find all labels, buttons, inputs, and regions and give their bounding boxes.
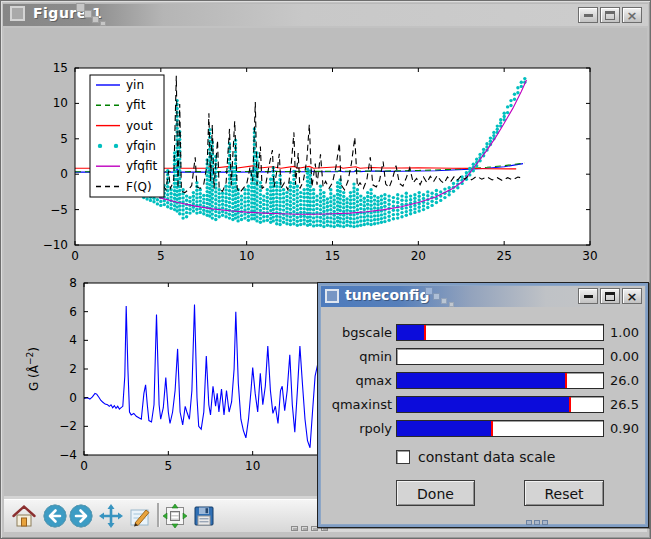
slider-marker[interactable] <box>569 397 571 412</box>
rpoly-slider[interactable] <box>396 420 604 437</box>
legend-label: yin <box>126 78 144 92</box>
minimize-button[interactable] <box>578 7 598 23</box>
dialog-resize-grip[interactable] <box>542 520 548 525</box>
svg-text:10: 10 <box>53 96 68 110</box>
svg-text:20: 20 <box>411 249 426 263</box>
dialog-resize-grip[interactable] <box>534 520 540 525</box>
dialog-titlebar-decoration <box>441 298 447 304</box>
maximize-icon <box>605 292 615 301</box>
reset-button[interactable]: Reset <box>524 480 604 506</box>
window-controls: × <box>578 7 642 23</box>
checkbox-label: constant data scale <box>418 449 555 465</box>
plot-0: 051015202530−10−5051015yinyfityoutyfqiny… <box>43 61 598 263</box>
window-resize-grip[interactable] <box>291 526 298 531</box>
legend-label: yfqfit <box>126 159 158 173</box>
svg-text:5: 5 <box>157 249 165 263</box>
slider-value: 26.0 <box>610 372 651 390</box>
dialog-title: tuneconfig <box>345 287 429 303</box>
dialog-close-button[interactable]: × <box>622 288 642 304</box>
legend-label: yfqin <box>126 139 156 153</box>
pan-button[interactable] <box>98 502 125 529</box>
legend: yinyfityoutyfqinyfqfitF(Q) <box>90 75 164 197</box>
zoom-rect-button[interactable] <box>127 502 154 529</box>
maximize-icon <box>605 11 615 20</box>
slider-label: qmaxinst <box>322 396 392 414</box>
svg-text:−10: −10 <box>43 238 68 252</box>
slider-label: rpoly <box>322 420 392 438</box>
slider-fill <box>397 373 565 388</box>
dialog-titlebar-decoration <box>425 287 433 295</box>
dialog-minimize-button[interactable] <box>578 288 598 304</box>
dialog-controls: × <box>578 288 642 304</box>
legend-label: F(Q) <box>126 180 152 194</box>
svg-text:6: 6 <box>69 305 77 319</box>
svg-text:5: 5 <box>60 132 68 146</box>
svg-text:8: 8 <box>69 276 77 290</box>
forward-button[interactable] <box>68 502 95 529</box>
slider-value: 0.00 <box>610 348 651 366</box>
titlebar-decoration <box>100 21 106 26</box>
slider-label: qmax <box>322 372 392 390</box>
titlebar-decoration <box>84 10 92 18</box>
constant-data-scale-checkbox[interactable] <box>396 450 410 464</box>
save-button[interactable] <box>191 502 218 529</box>
slider-fill <box>397 397 569 412</box>
dialog-resize-grip[interactable] <box>526 520 532 525</box>
minimize-icon <box>584 14 593 17</box>
dialog-titlebar[interactable]: tuneconfig × <box>321 286 645 307</box>
close-button[interactable]: × <box>622 7 642 23</box>
svg-text:0: 0 <box>71 249 79 263</box>
svg-text:10: 10 <box>239 249 254 263</box>
back-button[interactable] <box>42 502 69 529</box>
save-floppy-icon <box>191 503 217 529</box>
svg-text:0: 0 <box>60 167 68 181</box>
qmaxinst-slider[interactable] <box>396 396 604 413</box>
svg-text:4: 4 <box>69 333 77 347</box>
qmax-slider[interactable] <box>396 372 604 389</box>
slider-marker[interactable] <box>491 421 493 436</box>
tuneconfig-dialog: tuneconfig × bgscale 1.00 qmin 0.00 qmax… <box>317 282 649 528</box>
subplots-button[interactable] <box>162 502 189 529</box>
legend-label: yout <box>126 119 153 133</box>
dialog-titlebar-decoration <box>449 302 454 307</box>
done-button[interactable]: Done <box>396 480 475 506</box>
slider-marker[interactable] <box>424 325 426 340</box>
close-icon: × <box>627 9 638 22</box>
close-icon: × <box>627 290 638 303</box>
svg-text:30: 30 <box>582 249 597 263</box>
svg-text:10: 10 <box>245 459 260 473</box>
y-axis-label: G (Å−2) <box>25 347 41 391</box>
forward-arrow-icon <box>68 503 94 529</box>
dialog-icon <box>325 289 339 303</box>
home-icon <box>11 503 37 529</box>
svg-text:−4: −4 <box>59 448 77 462</box>
svg-text:0: 0 <box>69 391 77 405</box>
maximize-button[interactable] <box>600 7 620 23</box>
dialog-titlebar-decoration <box>433 293 440 300</box>
back-arrow-icon <box>42 503 68 529</box>
subplots-config-icon <box>162 503 188 529</box>
slider-marker[interactable] <box>565 373 567 388</box>
slider-value: 26.5 <box>610 396 651 414</box>
bgscale-slider[interactable] <box>396 324 604 341</box>
window-resize-grip[interactable] <box>301 526 308 531</box>
slider-label: bgscale <box>322 324 392 342</box>
dialog-maximize-button[interactable] <box>600 288 620 304</box>
tuneconfig-dialog-body: tuneconfig × bgscale 1.00 qmin 0.00 qmax… <box>320 285 646 525</box>
window-titlebar[interactable]: Figure 1 × <box>3 3 648 26</box>
svg-text:25: 25 <box>497 249 512 263</box>
toolbar-separator <box>157 503 159 527</box>
slider-value: 1.00 <box>610 324 651 342</box>
slider-fill <box>397 325 424 340</box>
legend-label: yfit <box>126 98 146 112</box>
slider-value: 0.90 <box>610 420 651 438</box>
zoom-rect-icon <box>127 503 153 529</box>
window-icon <box>10 6 25 21</box>
minimize-icon <box>584 295 593 298</box>
svg-text:0: 0 <box>80 459 88 473</box>
slider-fill <box>397 421 491 436</box>
qmin-slider[interactable] <box>396 348 604 365</box>
svg-text:−2: −2 <box>59 419 77 433</box>
home-button[interactable] <box>11 502 38 529</box>
svg-text:5: 5 <box>165 459 173 473</box>
